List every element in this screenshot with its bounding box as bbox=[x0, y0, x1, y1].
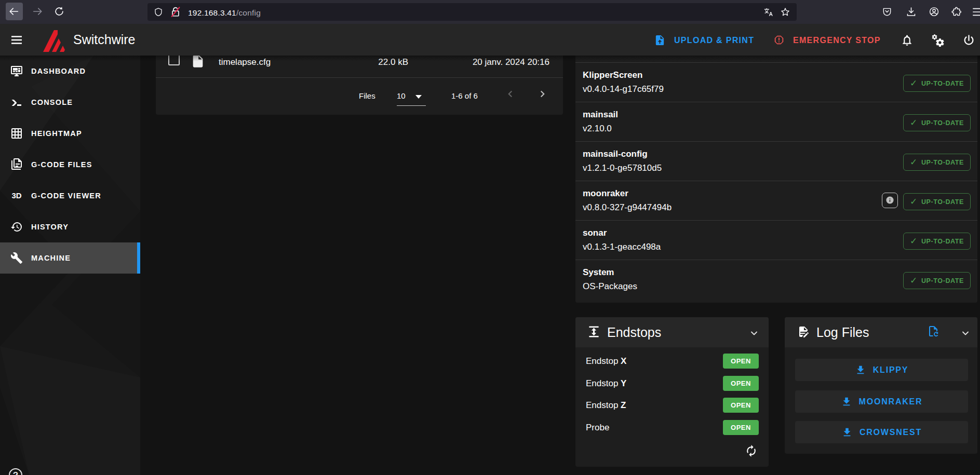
svg-text:3D: 3D bbox=[11, 191, 21, 200]
